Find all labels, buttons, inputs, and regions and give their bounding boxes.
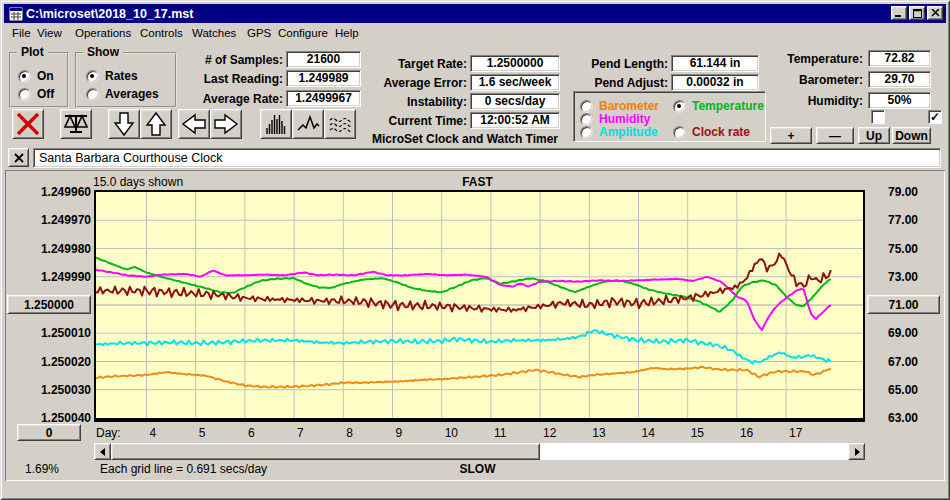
humidity-radio[interactable]	[580, 113, 593, 126]
checkbox-left[interactable]	[871, 110, 885, 124]
balance-icon	[62, 112, 90, 136]
menu-watches[interactable]: Watches	[192, 27, 236, 39]
checkbox-right[interactable]: ✓	[928, 110, 942, 124]
pend-length-label: Pend Length:	[560, 57, 668, 71]
menu-gps[interactable]: GPS	[247, 27, 271, 39]
scroll-left-button[interactable]	[94, 443, 111, 460]
smooth-icon	[328, 112, 352, 136]
menu-controls[interactable]: Controls	[140, 27, 183, 39]
y-axis-right-label: 69.00	[871, 325, 935, 341]
maximize-button[interactable]	[909, 6, 925, 20]
day-tick-label: 13	[592, 426, 605, 440]
scroll-right-button[interactable]	[848, 443, 865, 460]
scroll-right-icon	[853, 448, 861, 456]
show-rates-radio[interactable]	[86, 70, 99, 83]
shift-right-button[interactable]	[210, 109, 242, 139]
barometer-field-label: Barometer:	[745, 73, 863, 87]
day-tick-label: 4	[150, 426, 157, 440]
zero-button[interactable]: 0	[17, 424, 81, 441]
instability-value: 0 secs/day	[470, 93, 560, 110]
title-bar: C:\microset\2018_10_17.mst	[4, 4, 946, 23]
y-axis-left-label: 1.249960	[5, 184, 91, 200]
menu-help[interactable]: Help	[335, 27, 359, 39]
day-tick-label: 17	[789, 426, 802, 440]
scroll-left-icon	[99, 448, 107, 456]
plot-off-radio[interactable]	[18, 88, 31, 101]
day-axis-label: Day:	[96, 426, 121, 440]
y-axis-right-label: 77.00	[871, 212, 935, 228]
histogram-button[interactable]	[260, 109, 292, 139]
window-title: C:\microset\2018_10_17.mst	[26, 7, 193, 21]
temperature-radio[interactable]	[673, 100, 686, 113]
slow-label: SLOW	[94, 462, 861, 476]
day-tick-label: 16	[740, 426, 753, 440]
histogram-icon	[264, 112, 288, 136]
humidity-field-label: Humidity:	[745, 94, 863, 108]
arrow-up-icon	[144, 111, 168, 137]
right-axis-center-button[interactable]: 71.00	[867, 295, 940, 314]
y-axis-left-label: 1.249990	[5, 269, 91, 285]
shift-up-button[interactable]	[140, 109, 172, 139]
delete-icon	[15, 112, 41, 136]
menu-view[interactable]: View	[37, 27, 62, 39]
day-tick-label: 9	[396, 426, 403, 440]
plus-button[interactable]: +	[770, 127, 812, 144]
minimize-icon	[895, 9, 903, 17]
amplitude-label: Amplitude	[599, 125, 658, 139]
wave-button[interactable]	[292, 109, 324, 139]
plot-on-radio[interactable]	[18, 70, 31, 83]
plot-group-caption: Plot	[17, 45, 48, 59]
chart-canvas	[96, 192, 863, 418]
clock-rate-label: Clock rate	[692, 125, 750, 139]
samples-value: 21600	[286, 51, 361, 68]
up-button[interactable]: Up	[858, 127, 890, 144]
plot-on-label: On	[37, 69, 54, 83]
minus-button[interactable]: —	[816, 127, 854, 144]
clock-rate-radio[interactable]	[673, 126, 686, 139]
day-tick-label: 7	[297, 426, 304, 440]
show-averages-radio[interactable]	[86, 88, 99, 101]
y-axis-right-label: 75.00	[871, 241, 935, 257]
current-time-value: 12:00:52 AM	[470, 112, 560, 129]
day-tick-label: 6	[248, 426, 255, 440]
minimize-button[interactable]	[891, 6, 907, 20]
maximize-icon	[913, 9, 922, 18]
menu-file[interactable]: File	[12, 27, 31, 39]
average-error-label: Average Error:	[360, 76, 467, 90]
delete-button[interactable]	[12, 109, 44, 139]
shift-left-button[interactable]	[178, 109, 210, 139]
average-error-value: 1.6 sec/week	[470, 74, 560, 91]
day-tick-label: 10	[445, 426, 458, 440]
day-tick-label: 5	[199, 426, 206, 440]
balance-button[interactable]	[60, 109, 92, 139]
show-group-caption: Show	[83, 45, 123, 59]
day-tick-label: 14	[642, 426, 655, 440]
last-reading-value: 1.249989	[286, 70, 361, 87]
menu-operations[interactable]: Operations	[75, 27, 131, 39]
clear-name-button[interactable]	[8, 148, 29, 167]
down-button[interactable]: Down	[892, 127, 931, 144]
scrollbar-thumb[interactable]	[111, 443, 540, 460]
shift-down-button[interactable]	[108, 109, 140, 139]
menu-configure[interactable]: Configure	[278, 27, 328, 39]
y-axis-right-label: 79.00	[871, 184, 935, 200]
y-axis-left-label: 1.250010	[5, 325, 91, 341]
close-button[interactable]	[927, 6, 943, 20]
plot-area	[94, 190, 865, 422]
left-axis-center-button[interactable]: 1.250000	[7, 295, 91, 314]
last-reading-label: Last Reading:	[180, 72, 283, 86]
y-axis-right-label: 65.00	[871, 382, 935, 398]
amplitude-radio[interactable]	[580, 126, 593, 139]
barometer-radio[interactable]	[580, 100, 593, 113]
menu-bar: File View Operations Controls Watches GP…	[4, 23, 946, 42]
y-axis-left-label: 1.250030	[5, 382, 91, 398]
plot-off-label: Off	[37, 87, 54, 101]
current-time-label: Current Time:	[360, 114, 467, 128]
target-rate-label: Target Rate:	[360, 57, 467, 71]
app-icon	[9, 7, 23, 21]
target-rate-value: 1.2500000	[470, 55, 560, 72]
y-axis-left-label: 1.250040	[5, 410, 91, 426]
clock-name-input[interactable]: Santa Barbara Courthouse Clock	[33, 148, 941, 168]
chart-scrollbar	[94, 443, 865, 460]
smooth-button[interactable]	[324, 109, 356, 139]
